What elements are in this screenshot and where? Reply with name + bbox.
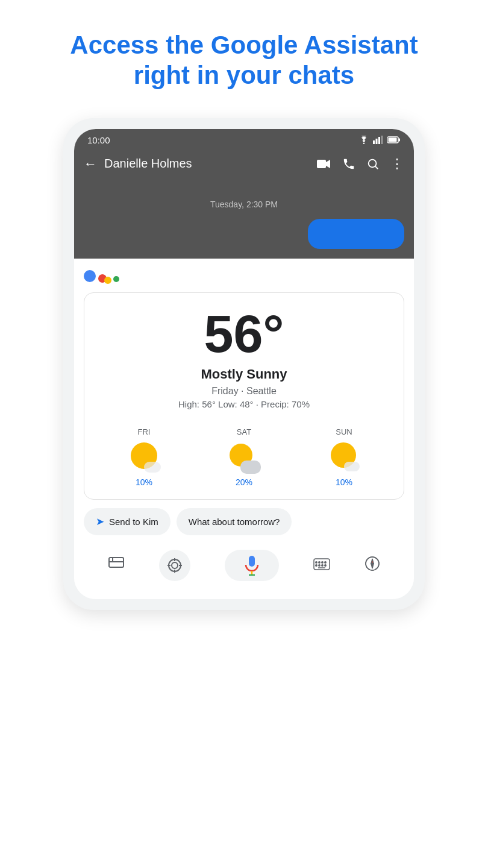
- svg-point-34: [319, 562, 320, 563]
- svg-rect-20: [249, 556, 255, 567]
- forecast-sun: SUN 10%: [327, 427, 361, 487]
- forecast-sun-icon: [327, 440, 361, 474]
- forecast-fri-precip: 10%: [136, 477, 152, 487]
- svg-rect-1: [373, 140, 375, 144]
- svg-point-33: [316, 562, 317, 563]
- phone-frame: 10:00: [63, 118, 425, 610]
- status-icons: [358, 136, 401, 144]
- back-button[interactable]: ←: [84, 156, 97, 172]
- svg-marker-43: [371, 559, 374, 564]
- status-bar: 10:00: [74, 129, 414, 150]
- message-bubble-partial: [308, 219, 404, 249]
- lens-button[interactable]: [159, 550, 190, 581]
- svg-rect-8: [317, 160, 326, 168]
- weather-card: 56° Mostly Sunny Friday · Seattle High: …: [84, 292, 404, 500]
- svg-rect-6: [389, 138, 397, 142]
- forecast-sat-icon: [227, 440, 261, 474]
- mic-button[interactable]: [225, 550, 279, 581]
- action-buttons: ➤ Send to Kim What about tomorrow?: [84, 508, 404, 535]
- weather-temperature: 56°: [94, 307, 394, 360]
- tomorrow-label: What about tomorrow?: [189, 517, 280, 527]
- forecast-sat: SAT 20%: [227, 427, 261, 487]
- forecast-fri-label: FRI: [138, 427, 151, 436]
- forecast-fri: FRI 10%: [127, 427, 161, 487]
- svg-point-15: [172, 562, 178, 568]
- page-headline: Access the Google Assistant right in you…: [70, 30, 418, 91]
- chat-timestamp: Tuesday, 2:30 PM: [210, 200, 278, 209]
- signal-icon: [373, 136, 384, 144]
- forecast-sat-label: SAT: [237, 427, 251, 436]
- svg-rect-3: [378, 137, 380, 144]
- weather-condition: Mostly Sunny: [94, 366, 394, 382]
- logo-dot-yellow: [104, 277, 111, 284]
- svg-point-35: [322, 562, 323, 563]
- send-to-kim-button[interactable]: ➤ Send to Kim: [84, 508, 170, 535]
- forecast-fri-icon: [127, 440, 161, 474]
- status-time: 10:00: [87, 135, 110, 145]
- assistant-panel: 56° Mostly Sunny Friday · Seattle High: …: [74, 259, 414, 599]
- svg-rect-4: [381, 136, 383, 144]
- more-icon[interactable]: ⋮: [390, 156, 404, 172]
- logo-dot-blue: [84, 270, 96, 282]
- svg-rect-2: [376, 139, 378, 144]
- svg-rect-7: [399, 139, 401, 142]
- svg-point-0: [363, 143, 364, 144]
- svg-marker-44: [371, 564, 374, 568]
- svg-point-39: [322, 565, 323, 566]
- phone-icon[interactable]: [342, 157, 355, 171]
- bottom-bar: [84, 544, 404, 591]
- svg-point-9: [369, 159, 377, 167]
- svg-point-38: [319, 565, 320, 566]
- send-to-kim-label: Send to Kim: [109, 517, 158, 527]
- compass-icon[interactable]: [364, 556, 380, 575]
- weather-details: High: 56° Low: 48° · Precip: 70%: [94, 399, 394, 409]
- forecast-sat-precip: 20%: [236, 477, 252, 487]
- svg-point-36: [325, 562, 326, 563]
- wifi-icon: [358, 136, 369, 144]
- logo-dot-green: [113, 276, 119, 282]
- forecast-row: FRI 10% SAT 20%: [94, 421, 394, 487]
- chat-header-icons: ⋮: [317, 156, 404, 172]
- forecast-sun-precip: 10%: [336, 477, 352, 487]
- video-call-icon[interactable]: [317, 159, 331, 169]
- forecast-sun-label: SUN: [336, 427, 352, 436]
- assistant-logo: [84, 268, 404, 284]
- contact-name: Danielle Holmes: [104, 157, 310, 171]
- search-icon[interactable]: [366, 157, 380, 171]
- send-icon: ➤: [96, 515, 104, 528]
- battery-icon: [387, 136, 401, 143]
- svg-point-40: [325, 565, 326, 566]
- svg-point-37: [316, 565, 317, 566]
- weather-location: Friday · Seattle: [94, 386, 394, 397]
- chat-header: ← Danielle Holmes ⋮: [74, 150, 414, 181]
- svg-line-10: [375, 166, 378, 169]
- what-about-tomorrow-button[interactable]: What about tomorrow?: [177, 508, 292, 535]
- tray-icon[interactable]: [108, 556, 125, 574]
- keyboard-icon[interactable]: [313, 557, 330, 574]
- chat-area: Tuesday, 2:30 PM: [74, 181, 414, 259]
- phone-screen: 10:00: [74, 129, 414, 599]
